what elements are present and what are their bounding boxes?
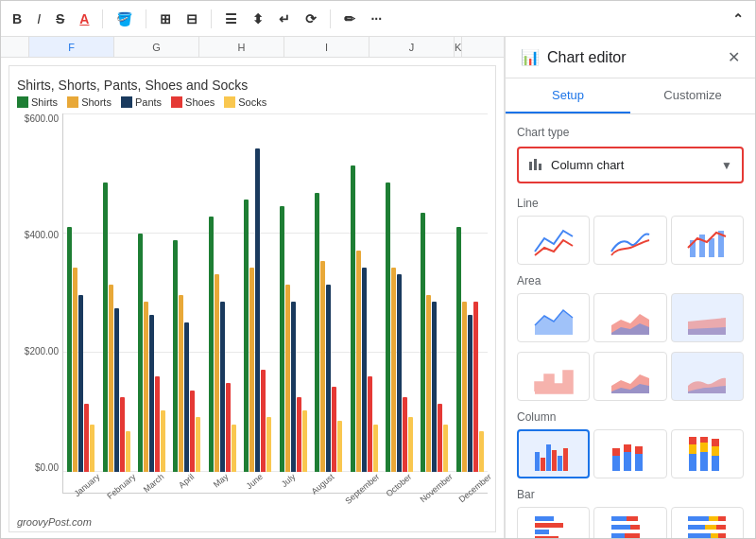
column-stacked-option[interactable] xyxy=(593,429,666,478)
main-layout: F G H I J K Shirts, Shorts, Pants, Shoes… xyxy=(1,37,755,539)
text-wrap-icon[interactable]: ↵ xyxy=(275,9,294,28)
col-header-empty xyxy=(1,37,29,57)
legend-shorts: Shorts xyxy=(67,96,112,108)
tab-setup[interactable]: Setup xyxy=(506,78,630,113)
align-vertical-icon[interactable]: ⬍ xyxy=(249,9,267,28)
col-header-h[interactable]: H xyxy=(199,37,284,57)
month-group xyxy=(453,113,488,472)
strikethrough-button[interactable]: S xyxy=(52,9,68,28)
col-header-i[interactable]: I xyxy=(284,37,369,57)
bar xyxy=(149,315,154,472)
bar xyxy=(73,268,77,472)
borders-icon[interactable]: ⊟ xyxy=(182,9,201,28)
close-button[interactable]: ✕ xyxy=(728,48,740,66)
bar xyxy=(443,425,448,472)
bar-stacked-option[interactable] xyxy=(593,507,666,539)
area-basic-option[interactable] xyxy=(517,293,590,342)
col-header-k[interactable]: K xyxy=(455,37,462,57)
bar xyxy=(432,302,437,472)
area-options-row1-grid xyxy=(517,293,744,342)
svg-rect-43 xyxy=(630,525,640,530)
chart-title: Shirts, Shorts, Pants, Shoes and Socks xyxy=(17,78,488,93)
area-stacked2-option[interactable] xyxy=(593,352,666,401)
chart-container[interactable]: Shirts, Shorts, Pants, Shoes and Socks S… xyxy=(9,65,496,532)
category-bar-label: Bar xyxy=(517,488,744,501)
area-smooth2-option[interactable] xyxy=(671,352,744,401)
bar xyxy=(332,387,336,472)
tab-customize[interactable]: Customize xyxy=(630,78,755,113)
italic-button[interactable]: I xyxy=(33,9,44,28)
bar xyxy=(468,315,472,472)
chart-editor-panel: 📊 Chart editor ✕ Setup Customize Chart t… xyxy=(505,37,755,539)
x-label: May xyxy=(198,472,232,493)
bold-button[interactable]: B xyxy=(9,9,26,28)
col-header-g[interactable]: G xyxy=(114,37,199,57)
svg-rect-33 xyxy=(712,446,719,456)
y-label-400: $400.00 xyxy=(25,230,59,240)
svg-rect-36 xyxy=(535,523,563,528)
col-header-j[interactable]: J xyxy=(369,37,455,57)
toolbar-separator-4 xyxy=(330,9,331,28)
month-group xyxy=(276,113,311,472)
bar xyxy=(190,391,195,472)
bar xyxy=(220,302,225,472)
month-group xyxy=(134,113,169,472)
bar xyxy=(408,417,413,472)
col-header-f[interactable]: F xyxy=(29,37,114,57)
bar xyxy=(249,268,254,472)
svg-rect-54 xyxy=(688,533,711,538)
bar xyxy=(285,285,290,472)
align-left-icon[interactable]: ☰ xyxy=(221,9,241,28)
area-100-option[interactable] xyxy=(671,293,744,342)
month-group xyxy=(169,113,204,472)
area-stepped-option[interactable] xyxy=(517,352,590,401)
bar xyxy=(462,302,467,472)
table-icon[interactable]: ⊞ xyxy=(156,9,175,28)
spreadsheet-area: F G H I J K Shirts, Shorts, Pants, Shoes… xyxy=(1,37,505,539)
svg-rect-37 xyxy=(535,530,549,534)
month-group xyxy=(382,113,417,472)
svg-rect-26 xyxy=(689,454,696,471)
column-basic-option[interactable] xyxy=(517,429,590,478)
rotate-icon[interactable]: ⟳ xyxy=(301,9,320,28)
svg-rect-41 xyxy=(627,516,638,521)
legend-label-socks: Socks xyxy=(238,96,266,108)
bar-100-option[interactable] xyxy=(671,507,744,539)
underline-button[interactable]: A xyxy=(76,9,93,28)
svg-rect-42 xyxy=(611,525,630,530)
area-stacked-option[interactable] xyxy=(593,293,666,342)
legend-label-shorts: Shorts xyxy=(81,96,112,108)
paint-icon[interactable]: 🪣 xyxy=(112,9,136,28)
bar xyxy=(138,234,143,472)
line-smooth-option[interactable] xyxy=(593,216,666,265)
month-group xyxy=(63,113,98,472)
column-headers: F G H I J K xyxy=(1,37,504,58)
chart-plot: JanuaryFebruaryMarchAprilMayJuneJulyAugu… xyxy=(62,113,488,494)
chart-body: $600.00 $400.00 $200.00 $0.00 J xyxy=(17,113,488,494)
bar xyxy=(144,302,148,472)
chart-type-selector[interactable]: Column chart ▼ xyxy=(517,147,744,183)
svg-rect-44 xyxy=(611,533,625,538)
x-label: October xyxy=(375,472,409,493)
chart-editor-icon: 📊 xyxy=(521,48,540,66)
bar xyxy=(356,251,361,472)
expand-icon[interactable]: ⌃ xyxy=(729,9,747,28)
bar xyxy=(179,295,183,472)
svg-rect-16 xyxy=(546,444,551,471)
svg-rect-15 xyxy=(541,458,545,471)
bar xyxy=(184,322,189,472)
x-label: March xyxy=(131,472,165,493)
line-basic-option[interactable] xyxy=(517,216,590,265)
chart-wrapper: Shirts, Shorts, Pants, Shoes and Socks S… xyxy=(1,58,504,539)
line-bar-combo-option[interactable] xyxy=(671,216,744,265)
bar xyxy=(215,274,219,472)
category-line-label: Line xyxy=(517,197,744,210)
y-label-0: $0.00 xyxy=(35,462,59,473)
x-label: August xyxy=(300,472,334,493)
bar-basic-option[interactable] xyxy=(517,507,590,539)
draw-icon[interactable]: ✏ xyxy=(340,9,359,28)
column-100-option[interactable] xyxy=(671,429,744,478)
bar xyxy=(302,410,307,472)
more-icon[interactable]: ··· xyxy=(367,9,386,28)
bar xyxy=(232,425,236,472)
